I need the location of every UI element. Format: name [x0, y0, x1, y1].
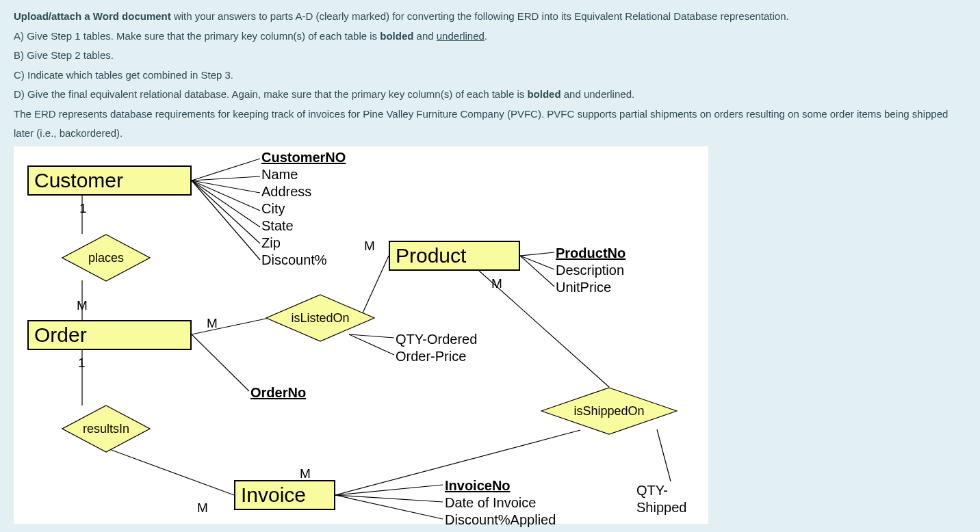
attrs-islistedon: QTY-Ordered Order-Price	[396, 331, 477, 365]
card-places-m: M	[77, 298, 88, 313]
svg-line-10	[109, 449, 234, 495]
svg-line-23	[335, 495, 443, 502]
svg-line-17	[520, 256, 554, 269]
attrs-product: ProductNo Description UnitPrice	[556, 245, 626, 296]
svg-line-24	[335, 495, 443, 519]
svg-line-4	[192, 181, 260, 227]
attrs-customer: CustomerNO Name Address City State Zip D…	[261, 149, 346, 269]
instruction-d: D) Give the final equivalent relational …	[14, 85, 966, 105]
card-product-m-listed: M	[364, 239, 375, 254]
entity-product: Product	[389, 241, 520, 271]
card-order-1: 1	[78, 356, 86, 371]
svg-line-16	[520, 252, 554, 256]
lead-rest: with your answers to parts A-D (clearly …	[171, 10, 789, 22]
entity-customer: Customer	[27, 165, 192, 196]
attrs-invoice: InvoiceNo Date of Invoice Discount%Appli…	[445, 477, 556, 529]
card-invoice-m: M	[300, 466, 311, 481]
svg-line-3	[192, 181, 260, 211]
svg-line-21	[657, 429, 671, 481]
card-order-m: M	[207, 316, 218, 331]
attrs-isshippedon: QTY-Shipped	[636, 482, 708, 516]
svg-line-11	[192, 334, 249, 391]
instruction-b: B) Give Step 2 tables.	[14, 46, 966, 66]
card-resultsin-m: M	[197, 501, 208, 516]
svg-line-1	[192, 176, 260, 181]
erd-diagram: Customer Order Product Invoice places re…	[14, 146, 708, 524]
svg-line-6	[192, 181, 260, 260]
instruction-c: C) Indicate which tables get combined in…	[14, 66, 966, 85]
instruction-context: The ERD represents database requirements…	[14, 105, 966, 144]
card-product-m-shipped: M	[491, 276, 502, 291]
relation-isshippedon: isShippedOn	[541, 387, 678, 435]
relation-islistedon: isListedOn	[266, 294, 375, 342]
instruction-lead: Upload/attach a Word document with your …	[14, 7, 966, 27]
relation-places: places	[62, 234, 151, 282]
svg-line-2	[192, 181, 260, 193]
svg-line-5	[192, 181, 260, 243]
instruction-a: A) Give Step 1 tables. Make sure that th…	[14, 27, 966, 46]
svg-line-0	[192, 159, 260, 181]
lead-bold: Upload/attach a Word document	[14, 10, 171, 22]
svg-line-18	[520, 256, 554, 287]
attrs-order: OrderNo	[250, 384, 306, 401]
card-customer-1: 1	[79, 201, 87, 216]
entity-order: Order	[27, 320, 192, 350]
svg-line-22	[335, 485, 443, 495]
instructions-block: Upload/attach a Word document with your …	[0, 0, 980, 149]
entity-invoice: Invoice	[234, 480, 335, 510]
relation-resultsin: resultsIn	[62, 405, 151, 453]
svg-line-12	[192, 317, 272, 334]
